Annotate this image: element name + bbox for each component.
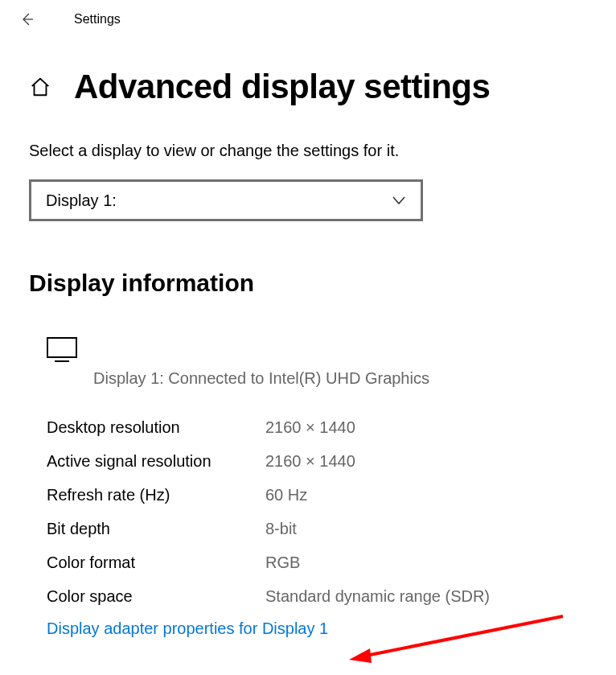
- display-select-value: Display 1:: [46, 191, 117, 210]
- info-row: Desktop resolution2160 × 1440: [47, 410, 587, 444]
- info-value: RGB: [265, 551, 300, 574]
- monitor-caption: Display 1: Connected to Intel(R) UHD Gra…: [93, 369, 587, 388]
- info-label: Color space: [47, 585, 265, 607]
- app-title: Settings: [74, 12, 121, 27]
- info-row: Refresh rate (Hz)60 Hz: [47, 478, 587, 512]
- info-label: Color format: [47, 551, 265, 574]
- svg-rect-1: [47, 338, 76, 357]
- info-label: Desktop resolution: [47, 416, 265, 438]
- info-label: Active signal resolution: [47, 450, 265, 472]
- topbar: Settings: [0, 0, 616, 39]
- select-display-label: Select a display to view or change the s…: [29, 142, 587, 160]
- info-value: 2160 × 1440: [265, 450, 355, 472]
- info-value: Standard dynamic range (SDR): [265, 585, 490, 607]
- info-row: Color formatRGB: [47, 545, 587, 579]
- chevron-down-icon: [392, 193, 406, 208]
- display-select-dropdown[interactable]: Display 1:: [29, 179, 423, 221]
- info-label: Bit depth: [47, 517, 265, 540]
- display-info-grid: Desktop resolution2160 × 1440Active sign…: [29, 410, 587, 613]
- page-title: Advanced display settings: [74, 68, 490, 106]
- monitor-block: Display 1: Connected to Intel(R) UHD Gra…: [29, 337, 587, 388]
- content-area: Advanced display settings Select a displ…: [0, 39, 616, 638]
- info-row: Color spaceStandard dynamic range (SDR): [47, 579, 587, 613]
- monitor-icon: [47, 337, 77, 366]
- back-arrow-icon[interactable]: [19, 11, 35, 27]
- info-label: Refresh rate (Hz): [47, 484, 265, 506]
- svg-marker-4: [349, 648, 372, 663]
- home-icon[interactable]: [29, 76, 51, 98]
- info-row: Bit depth8-bit: [47, 512, 587, 545]
- info-value: 60 Hz: [265, 484, 307, 506]
- section-title: Display information: [29, 270, 587, 297]
- info-row: Active signal resolution2160 × 1440: [47, 444, 587, 478]
- page-header: Advanced display settings: [29, 68, 587, 106]
- info-value: 8-bit: [265, 517, 297, 540]
- info-value: 2160 × 1440: [265, 416, 355, 438]
- display-adapter-properties-link[interactable]: Display adapter properties for Display 1: [29, 619, 328, 638]
